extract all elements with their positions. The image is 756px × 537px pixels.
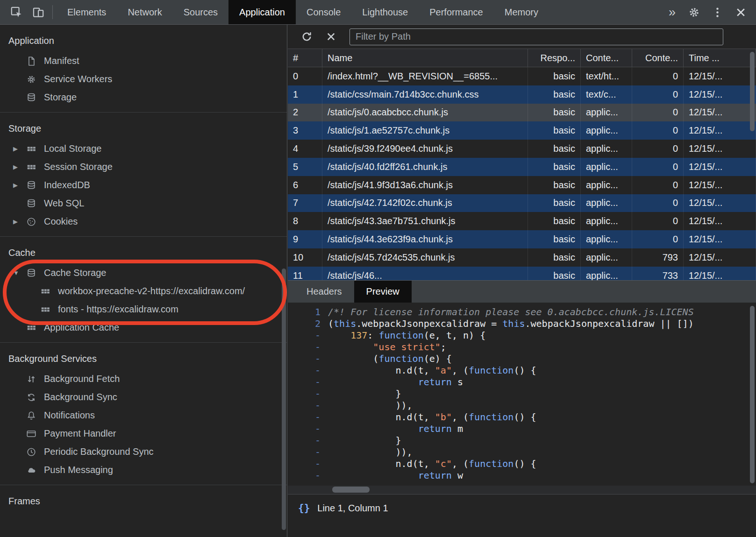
sidebar-section-cache: Cache▼Cache Storageworkbox-precache-v2-h…: [0, 237, 287, 343]
cell-response-type: basic: [528, 176, 581, 194]
table-grid-icon: [40, 286, 52, 297]
sidebar-item-payment-handler[interactable]: Payment Handler: [0, 424, 287, 443]
column-header-time[interactable]: Time ...: [684, 49, 756, 67]
sidebar-item-cookies[interactable]: ▶Cookies: [0, 212, 287, 231]
sidebar-item-cache-storage[interactable]: ▼Cache Storage: [0, 264, 287, 282]
close-icon: [735, 6, 747, 19]
toolbar-separator: [52, 5, 53, 19]
cell-content-length: 0: [632, 140, 684, 158]
cache-row[interactable]: 2/static/js/0.acabcbcc.chunk.jsbasicappl…: [288, 104, 756, 122]
cell-name: /index.html?__WB_REVISION__=6855...: [322, 67, 528, 85]
expand-arrow-icon[interactable]: ▶: [13, 145, 26, 152]
collapse-arrow-icon[interactable]: ▼: [13, 269, 26, 276]
cell-response-type: basic: [528, 230, 581, 248]
sidebar-item-application-cache[interactable]: Application Cache: [0, 318, 287, 337]
cell-response-type: basic: [528, 212, 581, 230]
section-title: Background Services: [0, 347, 287, 370]
cell-content-length: 0: [632, 67, 684, 85]
sidebar-item-web-sql[interactable]: Web SQL: [0, 194, 287, 212]
tab-elements[interactable]: Elements: [57, 0, 117, 24]
sidebar-item-periodic-background-sync[interactable]: Periodic Background Sync: [0, 443, 287, 461]
application-sidebar: ApplicationManifestService WorkersStorag…: [0, 25, 287, 537]
cell-response-type: basic: [528, 140, 581, 158]
expand-arrow-icon[interactable]: ▶: [13, 182, 26, 189]
tab-console[interactable]: Console: [296, 0, 351, 24]
kebab-menu-button[interactable]: [706, 0, 728, 24]
delete-selected-button[interactable]: [320, 26, 342, 48]
column-header-name[interactable]: Name: [322, 49, 528, 67]
sidebar-item-notifications[interactable]: Notifications: [0, 406, 287, 424]
sidebar-scrollbar[interactable]: [282, 268, 286, 530]
sidebar-item-local-storage[interactable]: ▶Local Storage: [0, 140, 287, 158]
expand-arrow-icon[interactable]: ▶: [13, 218, 26, 225]
tab-preview[interactable]: Preview: [354, 281, 412, 303]
sidebar-item-manifest[interactable]: Manifest: [0, 52, 287, 70]
tab-sources[interactable]: Sources: [173, 0, 228, 24]
line-number: -: [288, 446, 328, 458]
cell-response-type: basic: [528, 267, 581, 280]
tab-lighthouse[interactable]: Lighthouse: [351, 0, 419, 24]
tab-performance[interactable]: Performance: [419, 0, 494, 24]
code-horizontal-scrollbar[interactable]: [332, 487, 370, 493]
sidebar-section-application: ApplicationManifestService WorkersStorag…: [0, 25, 287, 113]
cache-row[interactable]: 9/static/js/44.3e623f9a.chunk.jsbasicapp…: [288, 230, 756, 248]
cache-row[interactable]: 4/static/js/39.f2490ee4.chunk.jsbasicapp…: [288, 140, 756, 158]
device-toolbar-button[interactable]: [27, 0, 49, 24]
more-tabs-icon[interactable]: »: [663, 5, 681, 20]
cell-index: 4: [288, 140, 322, 158]
inspect-element-button[interactable]: [6, 0, 27, 24]
code-scrollbar[interactable]: [750, 306, 755, 483]
cell-time: 12/15/...: [684, 212, 756, 230]
column-header-content-type[interactable]: Conte...: [581, 49, 632, 67]
cell-index: 2: [288, 104, 322, 122]
settings-button[interactable]: [683, 0, 705, 24]
sidebar-item-background-fetch[interactable]: Background Fetch: [0, 370, 287, 388]
cache-row[interactable]: 7/static/js/42.7142f02c.chunk.jsbasicapp…: [288, 194, 756, 212]
sidebar-item-fonts-https-excalidraw-com[interactable]: fonts - https://excalidraw.com: [0, 300, 287, 318]
sidebar-item-label: Cookies: [44, 216, 78, 227]
cache-row[interactable]: 1/static/css/main.7d14b3cc.chunk.cssbasi…: [288, 85, 756, 104]
sidebar-item-push-messaging[interactable]: Push Messaging: [0, 461, 287, 479]
filter-by-path-input[interactable]: [349, 28, 723, 45]
cache-row[interactable]: 10/static/js/45.7d24c535.chunk.jsbasicap…: [288, 248, 756, 267]
sidebar-item-indexeddb[interactable]: ▶IndexedDB: [0, 176, 287, 194]
cell-content-length: 0: [632, 85, 684, 104]
cell-response-type: basic: [528, 121, 581, 140]
code-preview[interactable]: 1/*! For license information please see …: [288, 303, 756, 494]
cell-name: /static/js/39.f2490ee4.chunk.js: [322, 140, 528, 158]
tab-headers[interactable]: Headers: [294, 281, 354, 303]
cell-content-type: applic...: [581, 121, 632, 140]
refresh-button[interactable]: [295, 26, 318, 48]
tab-application[interactable]: Application: [228, 0, 296, 24]
tab-network[interactable]: Network: [117, 0, 172, 24]
column-header-content-length[interactable]: Conte...: [632, 49, 684, 67]
sidebar-item-service-workers[interactable]: Service Workers: [0, 70, 287, 88]
cell-content-length: 793: [632, 248, 684, 267]
column-header-response-type[interactable]: Respo...: [528, 49, 581, 67]
sidebar-item-storage[interactable]: Storage: [0, 88, 287, 106]
sidebar-item-session-storage[interactable]: ▶Session Storage: [0, 158, 287, 176]
expand-arrow-icon[interactable]: ▶: [13, 163, 26, 170]
code-line: - "use strict";: [288, 341, 756, 353]
tab-memory[interactable]: Memory: [494, 0, 549, 24]
cell-content-type: applic...: [581, 230, 632, 248]
cell-content-length: 0: [632, 212, 684, 230]
table-scrollbar[interactable]: [750, 52, 755, 131]
cache-row[interactable]: 6/static/js/41.9f3d13a6.chunk.jsbasicapp…: [288, 176, 756, 194]
toolbar-right-icons: »: [663, 0, 756, 24]
cache-row[interactable]: 11/static/js/46...basicapplic...73312/15…: [288, 267, 756, 280]
code-line: - )),: [288, 400, 756, 411]
cache-row[interactable]: 5/static/js/40.fd2ff261.chunk.jsbasicapp…: [288, 158, 756, 176]
cache-row[interactable]: 0/index.html?__WB_REVISION__=6855...basi…: [288, 67, 756, 85]
sidebar-item-background-sync[interactable]: Background Sync: [0, 388, 287, 406]
line-number: -: [288, 365, 328, 376]
cell-content-length: 0: [632, 194, 684, 212]
column-header-index[interactable]: #: [288, 49, 322, 67]
line-number: -: [288, 400, 328, 411]
cell-index: 1: [288, 85, 322, 104]
cache-row[interactable]: 3/static/js/1.ae52757c.chunk.jsbasicappl…: [288, 121, 756, 140]
cache-row[interactable]: 8/static/js/43.3ae7b751.chunk.jsbasicapp…: [288, 212, 756, 230]
inspect-element-icon: [10, 6, 23, 19]
sidebar-item-workbox-precache-v2-https-excalidraw-com[interactable]: workbox-precache-v2-https://excalidraw.c…: [0, 282, 287, 300]
close-devtools-button[interactable]: [730, 0, 751, 24]
